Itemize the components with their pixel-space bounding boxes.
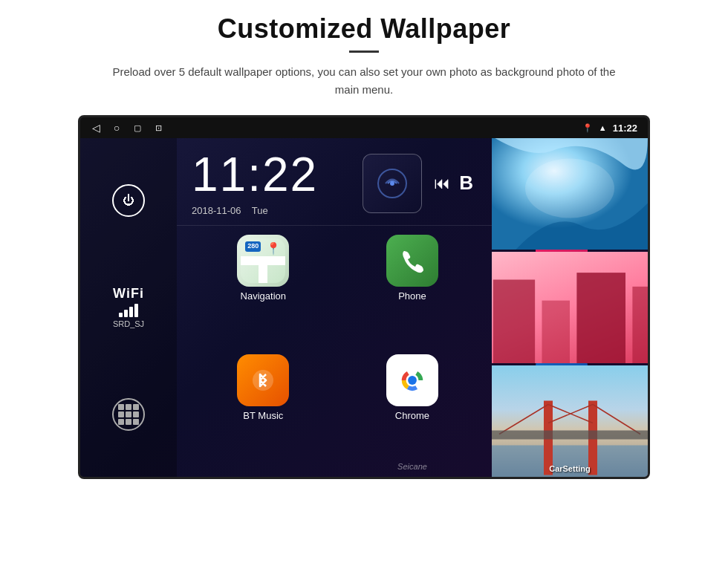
wifi-media-icon bbox=[377, 169, 407, 198]
wallpaper-thumb-pink[interactable] bbox=[492, 252, 648, 363]
grid-dot bbox=[118, 404, 124, 410]
svg-rect-16 bbox=[632, 287, 648, 363]
back-arrow-icon[interactable]: ◁ bbox=[91, 123, 101, 133]
page-wrapper: Customized Wallpaper Preload over 5 defa… bbox=[0, 0, 728, 563]
ice-texture-bg bbox=[492, 138, 648, 250]
wifi-signal-svg bbox=[382, 173, 403, 194]
device-frame: ◁ ○ ▢ ⊡ 📍 ▲ 11:22 ⏻ WiFi bbox=[78, 115, 650, 479]
all-apps-button[interactable] bbox=[112, 398, 145, 431]
svg-point-8 bbox=[408, 376, 417, 385]
wifi-bar-1 bbox=[119, 313, 123, 317]
signal-icon: ▲ bbox=[599, 123, 607, 132]
android-content: ⏻ WiFi SRD_SJ bbox=[80, 138, 648, 477]
bridge-svg bbox=[492, 365, 648, 477]
bridge-texture-bg bbox=[492, 365, 648, 477]
page-subtitle: Preload over 5 default wallpaper options… bbox=[104, 63, 624, 99]
bt-svg bbox=[250, 367, 276, 394]
title-divider bbox=[349, 51, 379, 53]
status-bar-left: ◁ ○ ▢ ⊡ bbox=[91, 123, 163, 133]
left-sidebar: ⏻ WiFi SRD_SJ bbox=[80, 138, 177, 477]
grid-dot bbox=[118, 411, 124, 417]
all-apps-grid-icon bbox=[118, 404, 139, 425]
status-bar: ◁ ○ ▢ ⊡ 📍 ▲ 11:22 bbox=[80, 117, 648, 138]
svg-point-5 bbox=[253, 370, 273, 391]
phone-icon bbox=[386, 235, 438, 287]
chrome-icon bbox=[386, 354, 438, 406]
car-setting-label: CarSetting bbox=[549, 464, 591, 473]
app-phone-label: Phone bbox=[398, 290, 426, 302]
app-bt-music-label: BT Music bbox=[243, 410, 283, 421]
power-icon: ⏻ bbox=[123, 194, 134, 207]
wifi-bar-3 bbox=[129, 307, 133, 317]
grid-dot bbox=[126, 411, 131, 417]
wifi-ssid: SRD_SJ bbox=[113, 319, 144, 328]
svg-rect-13 bbox=[493, 280, 535, 364]
clock-date: 2018-11-06 Tue bbox=[192, 202, 268, 219]
grid-dot bbox=[118, 419, 124, 425]
nav-map-visual: 280 📍 bbox=[241, 238, 285, 283]
app-phone[interactable]: Phone bbox=[341, 235, 484, 348]
bt-music-icon bbox=[237, 354, 289, 406]
home-circle-icon[interactable]: ○ bbox=[111, 123, 122, 133]
bluetooth-symbol bbox=[247, 365, 279, 396]
media-prev-button[interactable]: ⏮ bbox=[434, 174, 450, 193]
clock-time: 11:22 bbox=[192, 147, 318, 202]
app-chrome[interactable]: Chrome bbox=[341, 354, 484, 468]
location-icon: 📍 bbox=[582, 123, 593, 133]
status-time: 11:22 bbox=[613, 123, 637, 134]
screenshot-icon[interactable]: ⊡ bbox=[153, 123, 163, 133]
building-texture-bg bbox=[492, 252, 648, 363]
nav-badge: 280 bbox=[245, 241, 261, 252]
media-app-icon[interactable] bbox=[363, 154, 422, 213]
nav-pin-icon: 📍 bbox=[266, 241, 281, 256]
power-button[interactable]: ⏻ bbox=[112, 184, 145, 217]
grid-dot bbox=[133, 404, 139, 410]
wifi-widget: WiFi SRD_SJ bbox=[113, 286, 144, 328]
svg-rect-14 bbox=[542, 301, 571, 363]
ice-svg bbox=[492, 138, 648, 250]
wifi-bar-2 bbox=[124, 310, 128, 317]
wallpaper-thumb-ice[interactable] bbox=[492, 138, 648, 250]
status-bar-right: 📍 ▲ 11:22 bbox=[582, 123, 637, 134]
wifi-signal-bars bbox=[119, 304, 138, 317]
wifi-label: WiFi bbox=[113, 286, 144, 302]
app-bt-music[interactable]: BT Music bbox=[192, 354, 335, 468]
bluetooth-label: B bbox=[459, 172, 473, 195]
page-title: Customized Wallpaper bbox=[218, 13, 511, 45]
wallpaper-thumbnails: CarSetting bbox=[492, 138, 648, 477]
prev-icon: ⏮ bbox=[434, 174, 450, 192]
bluetooth-letter: B bbox=[459, 172, 473, 194]
building-svg bbox=[492, 252, 648, 363]
clock-day-value: Tue bbox=[252, 205, 268, 216]
svg-rect-26 bbox=[492, 431, 648, 440]
watermark: Seicane bbox=[397, 462, 427, 471]
svg-rect-15 bbox=[576, 273, 625, 363]
wallpaper-thumb-bridge[interactable]: CarSetting bbox=[492, 365, 648, 477]
grid-dot bbox=[133, 419, 139, 425]
grid-dot bbox=[126, 419, 131, 425]
recent-apps-icon[interactable]: ▢ bbox=[132, 123, 143, 133]
chrome-svg bbox=[397, 365, 428, 396]
grid-dot bbox=[133, 411, 139, 417]
wifi-bar-4 bbox=[134, 304, 138, 317]
phone-svg bbox=[398, 247, 426, 275]
app-navigation[interactable]: 280 📍 Navigation bbox=[192, 235, 335, 348]
svg-point-10 bbox=[525, 159, 614, 218]
grid-dot bbox=[126, 404, 131, 410]
navigation-icon: 280 📍 bbox=[237, 235, 289, 287]
app-chrome-label: Chrome bbox=[395, 410, 429, 421]
nav-road-v bbox=[259, 256, 267, 283]
app-navigation-label: Navigation bbox=[241, 290, 286, 302]
clock-date-value: 2018-11-06 bbox=[192, 205, 241, 216]
